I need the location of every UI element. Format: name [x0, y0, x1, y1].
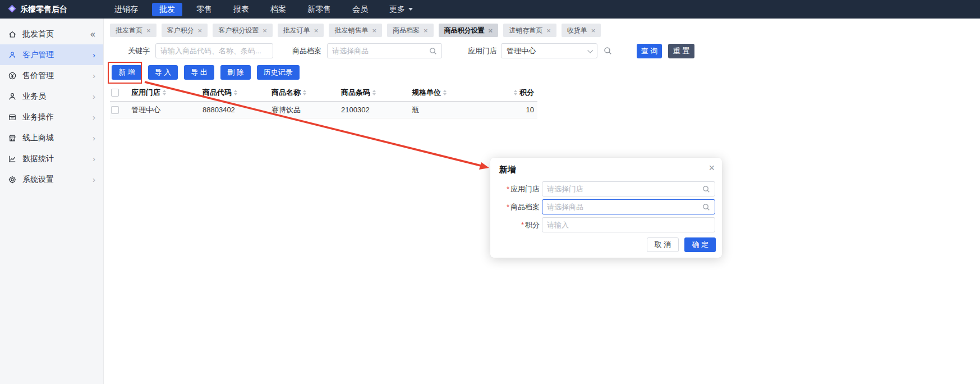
add-dialog: 新增 应用门店 商品档案 — [490, 158, 722, 258]
chevron-right-icon — [93, 175, 95, 184]
dialog-points-input[interactable] — [547, 221, 710, 229]
product-archive-input[interactable] — [332, 47, 426, 55]
sidebar-item-wholesale-home[interactable]: 批发首页 — [0, 24, 103, 44]
chevron-right-icon — [93, 51, 95, 59]
tab-wholesale-sales[interactable]: 批发销售单 — [329, 24, 382, 37]
chart-icon — [8, 154, 17, 163]
tab-wholesale-home[interactable]: 批发首页 — [110, 24, 157, 37]
cell-store: 管理中心 — [129, 105, 200, 115]
close-icon[interactable] — [263, 27, 267, 34]
sidebar-item-customer-mgmt[interactable]: 客户管理 — [0, 44, 103, 65]
keyword-input[interactable] — [160, 47, 268, 55]
sidebar-item-statistics[interactable]: 数据统计 — [0, 148, 103, 169]
app-title: 乐檬零售后台 — [20, 4, 67, 15]
sort-icon[interactable] — [163, 90, 166, 95]
price-tag-icon — [8, 71, 17, 80]
sort-icon[interactable] — [372, 90, 376, 95]
tab-customer-points[interactable]: 客户积分 — [162, 24, 208, 37]
nav-item-more[interactable]: 更多 — [379, 0, 424, 19]
dialog-product-input[interactable] — [547, 203, 699, 211]
sort-icon[interactable] — [443, 90, 447, 95]
column-header-barcode[interactable]: 商品条码 — [339, 88, 410, 98]
column-header-name[interactable]: 商品名称 — [269, 88, 339, 98]
logo-diamond-icon — [8, 4, 16, 15]
cell-barcode: 2100302 — [339, 106, 410, 114]
tab-product-archive[interactable]: 商品档案 — [387, 24, 434, 37]
sidebar-item-system-settings[interactable]: 系统设置 — [0, 169, 103, 190]
column-header-store[interactable]: 应用门店 — [129, 88, 200, 98]
cancel-button[interactable]: 取 消 — [647, 237, 679, 252]
dialog-store-input[interactable] — [547, 185, 699, 193]
close-icon[interactable] — [424, 27, 428, 34]
store-select[interactable]: 管理中心 — [501, 43, 597, 58]
tab-receipt[interactable]: 收货单 — [562, 24, 601, 37]
points-field-label: 积分 — [490, 220, 540, 230]
sidebar: 批发首页 客户管理 售价管理 业务员 — [0, 19, 104, 384]
cell-name: 赛博饮品 — [269, 105, 339, 115]
row-checkbox[interactable] — [111, 106, 119, 114]
store-search-icon[interactable] — [601, 43, 614, 58]
tab-inventory-home[interactable]: 进销存首页 — [503, 24, 556, 37]
collapse-sidebar-icon[interactable] — [90, 30, 95, 39]
chevron-right-icon — [93, 113, 95, 121]
product-archive-label: 商品档案 — [290, 43, 321, 58]
tab-wholesale-order[interactable]: 批发订单 — [278, 24, 324, 37]
gear-icon — [8, 175, 17, 184]
sidebar-item-business-ops[interactable]: 业务操作 — [0, 107, 103, 127]
product-field-label: 商品档案 — [490, 202, 540, 212]
search-icon[interactable] — [702, 185, 710, 193]
sidebar-item-online-mall[interactable]: 线上商城 — [0, 127, 103, 148]
chevron-right-icon — [93, 154, 95, 163]
dialog-title: 新增 — [499, 164, 516, 175]
column-header-unit[interactable]: 规格单位 — [410, 88, 474, 98]
tab-customer-points-settings[interactable]: 客户积分设置 — [213, 24, 273, 37]
column-header-points[interactable]: 积分 — [474, 88, 537, 98]
person-icon — [8, 92, 17, 101]
delete-button[interactable]: 删 除 — [220, 65, 251, 80]
sort-icon[interactable] — [303, 90, 306, 95]
filter-row: 关键字 商品档案 应用门店 管理中心 — [104, 43, 980, 58]
query-button[interactable]: 查 询 — [637, 44, 662, 58]
nav-item-retail[interactable]: 零售 — [186, 0, 223, 19]
top-navbar: 乐檬零售后台 进销存 批发 零售 报表 档案 新零售 会员 更多 — [0, 0, 980, 19]
nav-item-members[interactable]: 会员 — [342, 0, 379, 19]
close-icon[interactable] — [372, 27, 376, 34]
table-row[interactable]: 管理中心 88803402 赛博饮品 2100302 瓶 10 — [110, 102, 537, 118]
home-icon — [8, 30, 17, 39]
store-field-label: 应用门店 — [490, 184, 540, 194]
keyword-label: 关键字 — [125, 43, 150, 58]
reset-button[interactable]: 重 置 — [668, 44, 694, 58]
sort-icon[interactable] — [234, 90, 237, 95]
store-icon — [8, 134, 17, 143]
nav-item-archives[interactable]: 档案 — [260, 0, 297, 19]
confirm-button[interactable]: 确 定 — [684, 237, 716, 252]
chevron-right-icon — [93, 92, 95, 100]
chevron-down-icon — [587, 48, 593, 53]
cell-unit: 瓶 — [410, 105, 474, 115]
nav-item-reports[interactable]: 报表 — [223, 0, 260, 19]
export-button[interactable]: 导 出 — [184, 65, 214, 80]
import-button[interactable]: 导 入 — [148, 65, 178, 80]
page: 乐檬零售后台 进销存 批发 零售 报表 档案 新零售 会员 更多 批发首页 — [0, 0, 980, 384]
select-all-checkbox[interactable] — [111, 89, 119, 97]
history-button[interactable]: 历史记录 — [257, 65, 300, 80]
search-icon[interactable] — [429, 47, 437, 55]
nav-item-inventory[interactable]: 进销存 — [104, 0, 149, 19]
sidebar-item-salesman[interactable]: 业务员 — [0, 86, 103, 107]
sort-icon[interactable] — [514, 90, 517, 95]
close-icon[interactable] — [314, 27, 319, 34]
close-icon[interactable] — [489, 27, 493, 34]
close-icon[interactable] — [198, 27, 203, 34]
nav-item-wholesale[interactable]: 批发 — [152, 3, 182, 16]
column-header-code[interactable]: 商品代码 — [200, 88, 269, 98]
close-icon[interactable] — [708, 163, 715, 173]
close-icon[interactable] — [546, 27, 551, 34]
search-icon[interactable] — [702, 203, 710, 211]
close-icon[interactable] — [146, 27, 151, 34]
tab-product-points-settings[interactable]: 商品积分设置 — [439, 24, 499, 37]
nav-item-new-retail[interactable]: 新零售 — [297, 0, 342, 19]
cell-code: 88803402 — [200, 106, 269, 114]
top-menu: 进销存 批发 零售 报表 档案 新零售 会员 更多 — [104, 0, 424, 19]
sidebar-item-price-mgmt[interactable]: 售价管理 — [0, 65, 103, 86]
close-icon[interactable] — [591, 27, 596, 34]
